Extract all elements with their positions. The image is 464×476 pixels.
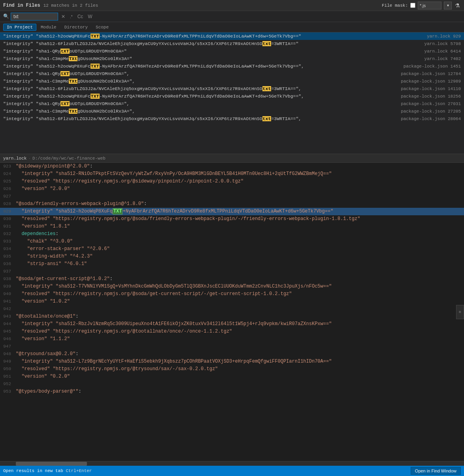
find-header: Find in Files 12 matches in 2 files File… [0,0,464,11]
code-line: 942 [0,305,464,313]
code-line: 932 dependencies: [0,230,464,238]
result-row[interactable]: "integrity" "sha512-h2ooWqP8XuFcTXT-NyAF… [0,32,464,40]
result-location: package-lock.json 12784 [401,71,461,76]
case-sensitive-button[interactable]: Cc [76,13,85,20]
main-container: Find in Files 12 matches in 2 files File… [0,0,464,476]
code-match-highlight: TXT [113,208,123,214]
code-line: 925 "resolved" "https://registry.npmjs.o… [0,178,464,185]
result-row[interactable]: "integrity" "sha1-QRytXToUDTpLGRDUDYDMn0… [0,70,464,77]
result-text: "integrity" "sha1-QRytXToUDTpLGRDUDYDMn0… [3,71,398,76]
file-mask-dropdown-button[interactable]: ▾ [444,2,452,9]
code-line: 927 [0,193,464,200]
close-icon: ✕ [61,14,65,19]
code-line: 935 "string-width" "^4.2.3" [0,253,464,260]
result-location: package-lock.json 28064 [401,117,461,121]
code-line: 940 "resolved" "https://registry.npmjs.o… [0,290,464,298]
code-line: 949 "integrity" "sha512-L7z9BgrNEcYyUYtF… [0,358,464,365]
result-location: package-lock.json 18256 [401,94,461,99]
whole-word-button[interactable]: W [86,13,94,20]
result-location: yarn.lock 5798 [424,41,461,46]
result-location: yarn.lock 929 [427,34,461,39]
match-highlight: TXT [91,64,100,69]
scope-tab-bar: In Project Module Directory Scope [0,22,464,32]
tab-in-project[interactable]: In Project [3,24,36,31]
result-location: yarn.lock 6414 [424,49,461,54]
code-line: 937 [0,268,464,275]
editor-path-bar: yarn.lock · D:/code/my/wc/wc-finance-web [0,154,464,163]
open-new-tab-text: Open results in new tab [3,468,63,473]
match-highlight: TXt [69,109,78,114]
horizontal-scrollbar[interactable] [0,461,464,466]
result-row[interactable]: "integrity" "sha512-h2ooWqP8XuFcTXT-NyAF… [0,92,464,100]
bottom-right: Open in Find Window [411,467,461,475]
code-line: 941 "version" "1.0.2" [0,298,464,305]
open-find-window-button[interactable]: Open in Find Window [411,467,461,475]
search-icon: 🔍 [3,13,9,19]
code-line: 939 "integrity" "sha512-T7VNNlYVM1SgQ+Vs… [0,283,464,290]
result-row[interactable]: "integrity" "sha1-C3mpMeTXtgDUsoUNH2bCo0… [0,77,464,85]
result-location: package-lock.json 12989 [401,79,461,84]
match-highlight: txt [262,41,272,46]
filter-icon-button[interactable]: ⚗ [454,2,461,9]
result-row[interactable]: "integrity" "sha1-C3mpMeTXtgDUsoUNH2bCo0… [0,107,464,115]
file-mask-checkbox[interactable] [410,3,415,8]
scrollbar-thumb[interactable] [16,462,87,466]
tab-module[interactable]: Module [37,24,60,31]
match-highlight: tXT [60,49,70,54]
result-row[interactable]: "integrity" "sha512-6FlzubTLZG3J2a/NVCAl… [0,40,464,47]
file-mask-input[interactable] [418,2,441,9]
result-row[interactable]: "integrity" "sha512-h2ooWqP8XuFcTXT-NyAF… [0,62,464,70]
search-input[interactable] [11,13,58,21]
result-row[interactable]: "integrity" "sha1-QRytXToUDTpLGRDUDYDMn0… [0,47,464,55]
case-icon: Cc [77,14,83,19]
bottom-bar: Open results in new tab Ctrl+Enter Open … [0,466,464,476]
result-text: "integrity" "sha1-C3mpMeTXtgDUsoUNH2bCo0… [3,56,421,61]
result-row[interactable]: "integrity" "sha512-6FlzubTLZG3J2a/NVCAl… [0,115,464,122]
code-line: 928 "@soda/friendly-errors-webpack-plugi… [0,200,464,208]
result-location: package-lock.json 1451 [404,64,461,69]
result-text: "integrity" "sha512-6FlzubTLZG3J2a/NVCAl… [3,116,398,121]
code-line: 947 [0,343,464,350]
result-row[interactable]: "integrity" "sha512-6FlzubTLZG3J2a/NVCAl… [0,85,464,92]
result-location: package-lock.json 27205 [401,109,461,114]
bottom-left: Open results in new tab Ctrl+Enter [3,468,92,473]
results-list[interactable]: "integrity" "sha512-h2ooWqP8XuFcTXT-NyAF… [0,32,464,154]
code-line: 953 "@types/body-parser@*": [0,388,464,395]
code-line: 926 "version" "2.0.0" [0,185,464,193]
match-highlight: txt [262,116,272,121]
regex-button[interactable]: .* [68,13,74,20]
result-location: package-lock.json 27031 [401,102,461,106]
find-panel: Find in Files 12 matches in 2 files File… [0,0,464,154]
code-line: 923 "@sideway/pinpoint@^2.0.0": [0,163,464,170]
close-search-button[interactable]: ✕ [60,13,67,20]
code-line: 945 "resolved" "https://registry.npmjs.o… [0,328,464,335]
chevron-down-icon: ▾ [447,3,449,8]
result-row[interactable]: "integrity" "sha1-QRytXToUDTpLGRDUDYDMn0… [0,100,464,107]
match-highlight: tXT [60,101,70,106]
match-highlight: TXT [91,34,100,39]
tab-directory[interactable]: Directory [61,24,91,31]
result-row[interactable]: "integrity" "sha1-C3mpMeTXtgDUsoUNH2bCo0… [0,55,464,62]
shortcut-label: Ctrl+Enter [66,468,92,473]
code-line: 934 "error-stack-parser" "^2.0.6" [0,245,464,253]
find-panel-title: Find in Files [3,3,40,8]
match-highlight: TXt [69,79,78,84]
code-line: 943 "@tootallnate/once@1": [0,313,464,320]
minimap-button[interactable]: ≡ [456,305,464,319]
match-highlight: tXT [60,71,70,76]
code-line: 936 "strip-ansi" "^6.0.1" [0,260,464,268]
code-line: 948 "@trysound/sax@0.2.0": [0,350,464,358]
result-location: package-lock.json 14110 [401,87,461,91]
code-line: 930 "resolved" "https://registry.npmjs.o… [0,215,464,223]
result-text: "integrity" "sha512-6FlzubTLZG3J2a/NVCAl… [3,41,421,46]
result-text: "integrity" "sha1-C3mpMeTXtgDUsoUNH2bCo0… [3,109,398,114]
regex-icon: .* [70,15,73,19]
result-text: "integrity" "sha512-6FlzubTLZG3J2a/NVCAl… [3,86,398,91]
find-matches-count: 12 matches in 2 files [43,3,382,8]
code-area[interactable]: 923 "@sideway/pinpoint@^2.0.0": 924 "int… [0,163,464,461]
tab-scope[interactable]: Scope [92,24,112,31]
code-line-highlighted: 929 "integrity" "sha512-h2ooWqP8XuFqTXT+… [0,208,464,215]
word-icon: W [88,14,92,19]
editor-full-path: D:/code/my/wc/wc-finance-web [32,156,106,161]
code-line: 933 "chalk" "^3.0.0" [0,238,464,245]
